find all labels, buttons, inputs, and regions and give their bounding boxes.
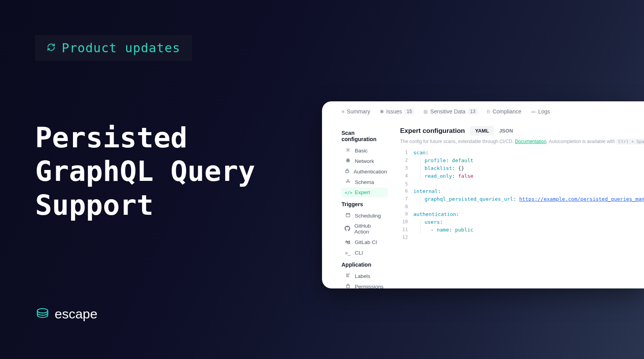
product-updates-badge: Product updates bbox=[35, 35, 192, 61]
svg-point-0 bbox=[37, 309, 48, 313]
sidebar-section-title: Scan configuration bbox=[342, 130, 388, 142]
svg-point-1 bbox=[347, 149, 349, 150]
code-editor[interactable]: 1scan:2 profile: default3 blacklist: {}4… bbox=[400, 149, 644, 241]
format-tabs: YAMLJSON bbox=[470, 126, 518, 136]
line-number: 5 bbox=[400, 180, 413, 188]
code-line: 2 profile: default bbox=[400, 157, 644, 164]
code-line: 3 blacklist: {} bbox=[400, 164, 644, 172]
format-tab-yaml[interactable]: YAML bbox=[470, 126, 494, 136]
sidebar-item-github-action[interactable]: GitHub Action bbox=[342, 221, 388, 237]
svg-rect-10 bbox=[346, 213, 350, 217]
line-number: 10 bbox=[400, 218, 413, 226]
logo-text: escape bbox=[55, 306, 98, 322]
sidebar-item-label: Expert bbox=[355, 189, 370, 195]
code-line: 4 read_only: false bbox=[400, 172, 644, 180]
code-line: 11 - name: public bbox=[400, 226, 644, 234]
line-number: 7 bbox=[400, 195, 413, 203]
tab-logs[interactable]: ≔Logs bbox=[531, 108, 550, 115]
sidebar-item-permissions[interactable]: Permissions bbox=[342, 281, 388, 288]
main-title: Expert configuration bbox=[400, 127, 465, 135]
sidebar-item-label: Schema bbox=[355, 179, 374, 185]
tab-summary[interactable]: ≡Summary bbox=[342, 108, 370, 115]
top-tabs: ≡Summary✱Issues15⊞Sensitive Data13⎘Compl… bbox=[322, 106, 644, 120]
expert-icon: </> bbox=[345, 189, 351, 195]
code-line: 5 bbox=[400, 180, 644, 188]
permissions-icon bbox=[345, 283, 351, 288]
main-content: Expert configuration YAMLJSON The config… bbox=[392, 120, 644, 288]
svg-rect-11 bbox=[346, 286, 349, 288]
headline-line3: Support bbox=[35, 188, 255, 222]
scheduling-icon bbox=[345, 212, 351, 219]
sidebar-item-label: Basic bbox=[355, 148, 368, 154]
code-line: 1scan: bbox=[400, 149, 644, 157]
sidebar-item-label: Labels bbox=[355, 273, 370, 279]
tab-count: 15 bbox=[404, 108, 414, 115]
sidebar-item-label: GitLab CI bbox=[355, 239, 377, 245]
line-number: 6 bbox=[400, 187, 413, 195]
line-number: 11 bbox=[400, 226, 413, 234]
config-subtext: The config for future scans, extendable … bbox=[400, 139, 644, 144]
line-number: 1 bbox=[400, 149, 413, 157]
line-number: 12 bbox=[400, 234, 413, 241]
line-number: 3 bbox=[400, 164, 413, 172]
sidebar-item-expert[interactable]: </>Expert bbox=[342, 187, 388, 197]
labels-icon bbox=[345, 273, 351, 279]
subtext-mid: . Autocompletion is available with bbox=[546, 139, 616, 144]
tab-label: Summary bbox=[347, 108, 370, 115]
sidebar-item-label: GitHub Action bbox=[354, 223, 384, 235]
sidebar-item-cli[interactable]: >_CLI bbox=[342, 248, 388, 258]
sidebar-item-label: Scheduling bbox=[355, 213, 381, 219]
tab-label: Compliance bbox=[493, 108, 521, 115]
tab-icon: ≔ bbox=[531, 109, 536, 115]
schema-icon bbox=[345, 179, 351, 185]
code-line: 10 users: bbox=[400, 218, 644, 226]
sidebar-item-schema[interactable]: Schema bbox=[342, 177, 388, 187]
headline: Persisted GraphQL Query Support bbox=[35, 121, 255, 222]
basic-icon bbox=[345, 147, 351, 154]
sidebar-item-basic[interactable]: Basic bbox=[342, 145, 388, 156]
subtext-pre: The config for future scans, extendable … bbox=[400, 139, 515, 144]
line-number: 2 bbox=[400, 157, 413, 164]
sidebar-item-labels[interactable]: Labels bbox=[342, 271, 388, 281]
code-line: 9authentication: bbox=[400, 210, 644, 218]
tab-icon: ⎘ bbox=[487, 109, 490, 115]
sidebar-item-network[interactable]: Network bbox=[342, 156, 388, 166]
tab-label: Issues bbox=[386, 108, 402, 115]
tab-issues[interactable]: ✱Issues15 bbox=[380, 108, 415, 115]
tab-label: Sensitive Data bbox=[430, 108, 465, 115]
sidebar-section-title: Application bbox=[342, 262, 388, 268]
tab-count: 13 bbox=[468, 108, 478, 115]
code-line: 7 graphql_persisted_queries_url: https:/… bbox=[400, 195, 644, 203]
svg-point-2 bbox=[347, 160, 348, 161]
svg-point-7 bbox=[347, 179, 348, 180]
sidebar-item-label: Network bbox=[355, 158, 374, 164]
network-icon bbox=[345, 158, 351, 164]
sidebar-item-label: Permissions bbox=[355, 284, 384, 289]
sidebar-item-authentication[interactable]: Authentication bbox=[342, 166, 388, 177]
line-number: 8 bbox=[400, 203, 413, 210]
tab-icon: ≡ bbox=[342, 109, 345, 115]
sidebar-item-gitlab-ci[interactable]: GitLab CI bbox=[342, 237, 388, 248]
svg-rect-6 bbox=[345, 171, 349, 173]
tab-compliance[interactable]: ⎘Compliance bbox=[487, 108, 521, 115]
github-action-icon bbox=[345, 226, 350, 232]
badge-label: Product updates bbox=[62, 41, 180, 55]
code-line: 12 bbox=[400, 234, 644, 241]
format-tab-json[interactable]: JSON bbox=[495, 126, 518, 136]
tab-icon: ✱ bbox=[380, 109, 384, 115]
url-link[interactable]: https://example.com/persisted_queries_ma… bbox=[519, 196, 644, 202]
code-line: 8 bbox=[400, 203, 644, 210]
authentication-icon bbox=[345, 168, 350, 175]
sidebar-section-title: Triggers bbox=[342, 201, 388, 207]
headline-line1: Persisted bbox=[35, 121, 255, 154]
refresh-icon bbox=[47, 43, 55, 53]
cli-icon: >_ bbox=[345, 250, 351, 256]
tab-label: Logs bbox=[538, 108, 550, 115]
escape-logo-icon bbox=[35, 306, 50, 322]
documentation-link[interactable]: Documentation bbox=[515, 139, 546, 144]
headline-line2: GraphQL Query bbox=[35, 154, 255, 188]
escape-logo: escape bbox=[35, 306, 98, 322]
tab-sensitive-data[interactable]: ⊞Sensitive Data13 bbox=[423, 108, 478, 115]
sidebar-item-scheduling[interactable]: Scheduling bbox=[342, 210, 388, 221]
sidebar: Scan configurationBasicNetworkAuthentica… bbox=[322, 120, 392, 288]
